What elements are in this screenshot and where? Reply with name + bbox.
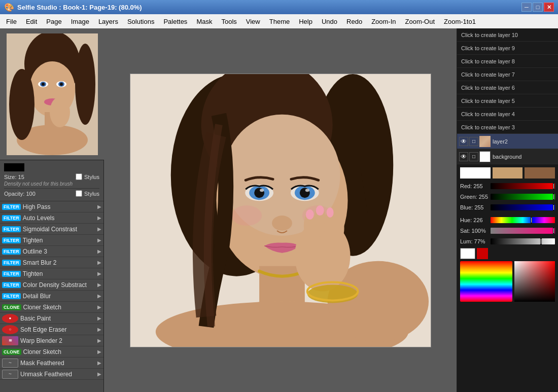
tool-item[interactable]: FILTER Smart Blur 2 ▶	[0, 257, 103, 268]
red-label: Red: 255	[460, 183, 491, 189]
filter-badge: FILTER	[2, 215, 21, 221]
filter-badge: FILTER	[2, 248, 21, 255]
green-label: Green: 255	[460, 194, 491, 200]
sat-slider[interactable]	[491, 228, 555, 234]
menu-item-zoom-in[interactable]: Zoom-In	[367, 17, 400, 26]
tool-item[interactable]: FILTER Auto Levels ▶	[0, 212, 103, 224]
layer-create-btn-8[interactable]: Click to create layer 8	[457, 55, 558, 68]
menu-item-page[interactable]: Page	[42, 17, 65, 26]
hue-slider[interactable]	[491, 217, 555, 223]
menu-item-edit[interactable]: Edit	[22, 17, 41, 26]
menu-item-redo[interactable]: Redo	[342, 17, 366, 26]
tool-item[interactable]: ≋ Warp Blender 2 ▶	[0, 335, 103, 346]
tool-item[interactable]: CLONE Cloner Sketch ▶	[0, 346, 103, 358]
red-slider[interactable]	[491, 183, 555, 189]
size-label: Size: 15	[4, 174, 24, 180]
filter-badge: FILTER	[2, 282, 21, 288]
tool-name: Unmask Feathered	[20, 371, 97, 378]
layer-row-background[interactable]: 👁 □ background	[457, 149, 558, 164]
layer-create-btn-10[interactable]: Click to create layer 10	[457, 28, 558, 42]
tool-item[interactable]: FILTER Outline 3 ▶	[0, 246, 103, 257]
layer-name: layer2	[493, 138, 556, 145]
menu-item-layers[interactable]: Layers	[94, 17, 122, 26]
tool-name: Soft Edge Eraser	[20, 326, 97, 333]
tool-item[interactable]: FILTER Color Density Substract ▶	[0, 279, 103, 291]
tool-item[interactable]: FILTER Detail Blur ▶	[0, 291, 103, 302]
menu-item-mask[interactable]: Mask	[192, 17, 216, 26]
tool-item[interactable]: FILTER Tighten ▶	[0, 268, 103, 279]
app-icon: 🎨	[4, 3, 14, 12]
color-picker-area	[460, 261, 555, 302]
svg-point-7	[42, 83, 45, 86]
svg-point-31	[305, 189, 309, 192]
layer-create-btn-5[interactable]: Click to create layer 5	[457, 94, 558, 108]
layer-lock-icon[interactable]: □	[469, 137, 478, 146]
color-swatch-skin[interactable]	[493, 167, 523, 179]
tool-name: Basic Paint	[20, 315, 97, 322]
menu-item-palettes[interactable]: Palettes	[159, 17, 191, 26]
layer-lock-icon[interactable]: □	[469, 152, 478, 161]
layer-create-btn-9[interactable]: Click to create layer 9	[457, 42, 558, 55]
red-slider-row: Red: 255	[460, 182, 555, 191]
green-slider[interactable]	[491, 194, 555, 200]
tool-arrow: ▶	[97, 248, 101, 254]
menu-item-view[interactable]: View	[242, 17, 264, 26]
lum-slider-row: Lum: 77%	[460, 237, 555, 246]
tool-item[interactable]: ~ Mask Feathered ▶	[0, 358, 103, 369]
layer-create-btn-6[interactable]: Click to create layer 6	[457, 81, 558, 94]
menu-item-zoom-1to1[interactable]: Zoom-1to1	[440, 17, 480, 26]
color-section: Red: 255 Green: 255 Blue: 255 H	[457, 164, 558, 305]
menu-item-tools[interactable]: Tools	[217, 17, 240, 26]
layer-row-layer2[interactable]: 👁 □ layer2	[457, 134, 558, 149]
mask-badge: ~	[2, 370, 18, 379]
tool-item[interactable]: FILTER Sigmoidal Constrast ▶	[0, 224, 103, 235]
small-swatch-white[interactable]	[460, 248, 475, 259]
hue-label: Hue: 226	[460, 217, 491, 223]
menu-item-undo[interactable]: Undo	[318, 17, 341, 26]
layer-visibility-icon[interactable]: 👁	[459, 152, 468, 161]
layer-name: background	[493, 154, 556, 160]
color-spectrum[interactable]	[460, 261, 512, 302]
density-info: Density not used for this brush	[4, 181, 99, 187]
menu-item-theme[interactable]: Theme	[265, 17, 294, 26]
tool-item[interactable]: ○ Soft Edge Eraser ▶	[0, 324, 103, 335]
tool-item[interactable]: ● Basic Paint ▶	[0, 313, 103, 324]
small-swatch-red[interactable]	[477, 248, 488, 259]
tool-item[interactable]: ~ Unmask Feathered ▶	[0, 369, 103, 380]
titlebar-controls: ─ □ ✕	[521, 3, 554, 12]
menu-item-zoom-out[interactable]: Zoom-Out	[401, 17, 439, 26]
tool-item[interactable]: FILTER High Pass ▶	[0, 201, 103, 212]
lum-label: Lum: 77%	[460, 238, 491, 244]
color-gradient[interactable]	[514, 261, 555, 302]
svg-point-10	[60, 83, 63, 86]
layer-create-btn-7[interactable]: Click to create layer 7	[457, 68, 558, 81]
tool-item[interactable]: FILTER Tighten ▶	[0, 235, 103, 246]
blue-slider-row: Blue: 255	[460, 203, 555, 212]
brush-color-swatch[interactable]	[4, 163, 24, 171]
blue-slider[interactable]	[491, 204, 555, 210]
minimize-button[interactable]: ─	[521, 3, 532, 12]
tool-item[interactable]: CLONE Cloner Sketch ▶	[0, 302, 103, 313]
layer-visibility-icon[interactable]: 👁	[459, 137, 468, 146]
lum-slider[interactable]	[491, 238, 555, 244]
canvas-image[interactable]	[130, 74, 431, 347]
menu-item-file[interactable]: File	[2, 17, 21, 26]
filter-badge: FILTER	[2, 293, 21, 299]
filter-badge: FILTER	[2, 237, 21, 243]
menu-item-help[interactable]: Help	[295, 17, 317, 26]
layer-thumbnail	[479, 151, 491, 162]
size-stylus-checkbox[interactable]	[76, 173, 82, 180]
layer-create-btn-4[interactable]: Click to create layer 4	[457, 108, 558, 121]
layer-create-btn-3[interactable]: Click to create layer 3	[457, 121, 558, 134]
close-button[interactable]: ✕	[544, 3, 554, 12]
tool-arrow: ▶	[97, 282, 101, 288]
menu-item-image[interactable]: Image	[67, 17, 93, 26]
tool-list: FILTER High Pass ▶ FILTER Auto Levels ▶ …	[0, 201, 103, 392]
filter-badge: FILTER	[2, 271, 21, 277]
color-swatch-white[interactable]	[460, 167, 491, 179]
color-swatch-brown[interactable]	[525, 167, 555, 179]
menu-item-solutions[interactable]: Solutions	[123, 17, 158, 26]
opacity-stylus-checkbox[interactable]	[76, 190, 82, 197]
canvas-area[interactable]	[104, 28, 457, 392]
maximize-button[interactable]: □	[533, 3, 543, 12]
